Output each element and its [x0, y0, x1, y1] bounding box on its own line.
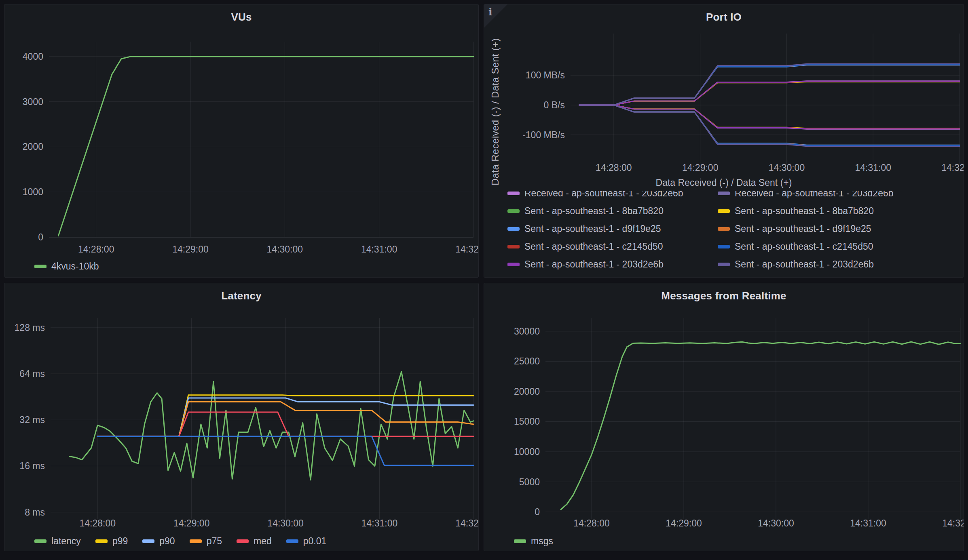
messages-chart[interactable]: 14:28:0014:29:0014:30:0014:31:0014:32:00…: [484, 283, 964, 551]
legend-item[interactable]: msgs: [514, 535, 553, 547]
legend-swatch-icon: [718, 245, 730, 248]
panel-title[interactable]: VUs: [4, 11, 478, 23]
panel-title[interactable]: Port IO: [484, 11, 964, 23]
legend-item[interactable]: Sent - ap-southeast-1 - 8ba7b820: [718, 205, 957, 217]
legend-item[interactable]: p99: [95, 535, 128, 547]
dashboard: VUs 14:28:0014:29:0014:30:0014:31:0014:3…: [0, 0, 968, 560]
series-Received - ap-southeast-1 - 203d2e6b: [579, 105, 960, 146]
legend-label: Received - ap-southeast-1 - 203d2e6b: [524, 191, 683, 199]
x-axis-label: Data Received (-) / Data Sent (+): [484, 177, 964, 188]
x-tick-label: 14:32:00: [942, 518, 964, 528]
legend-item[interactable]: Sent - ap-southeast-1 - 8ba7b820: [507, 205, 718, 217]
legend-item[interactable]: Received - ap-southeast-1 - 203d2e6b: [718, 191, 957, 199]
legend-swatch-icon: [190, 539, 202, 543]
legend-label: msgs: [531, 536, 553, 547]
series-msgs: [561, 342, 960, 509]
x-tick-label: 14:30:00: [267, 518, 304, 528]
x-tick-label: 14:28:00: [78, 244, 114, 255]
x-tick-label: 14:28:00: [573, 518, 610, 528]
legend-item[interactable]: Sent - ap-southeast-1 - 203d2e6b: [507, 259, 718, 270]
x-tick-label: 14:29:00: [666, 518, 702, 528]
legend-swatch-icon: [507, 263, 520, 266]
legend: Received - ap-southeast-1 - 203d2e6bRece…: [507, 191, 957, 270]
series-Received - ap-southeast-1 - 203d2e6b: [579, 64, 960, 105]
legend-scroll-area[interactable]: Received - ap-southeast-1 - 203d2e6bRece…: [507, 191, 957, 276]
legend-item[interactable]: latency: [34, 535, 81, 547]
legend-label: p75: [207, 536, 222, 547]
panel-port-io: i Port IO 14:28:0014:29:0014:30:0014:31:…: [484, 4, 964, 278]
legend-swatch-icon: [718, 227, 730, 231]
x-tick-label: 14:30:00: [758, 518, 794, 528]
y-tick-label: 10000: [514, 446, 540, 457]
legend-item[interactable]: p75: [190, 535, 222, 547]
legend-item[interactable]: Sent - ap-southeast-1 - d9f19e25: [507, 223, 718, 235]
y-tick-label: 30000: [514, 326, 540, 337]
legend-swatch-icon: [142, 539, 154, 543]
legend: msgs: [514, 535, 553, 547]
legend-label: Sent - ap-southeast-1 - d9f19e25: [524, 223, 661, 234]
legend-item[interactable]: med: [237, 535, 272, 547]
legend-swatch-icon: [718, 209, 730, 213]
legend-swatch-icon: [718, 263, 730, 266]
series-Sent - ap-southeast-1 - d9f19e25: [579, 65, 960, 105]
y-tick-label: 128 ms: [15, 322, 45, 333]
x-tick-label: 14:29:00: [173, 518, 210, 528]
legend-item[interactable]: 4kvus-10kb: [34, 261, 99, 272]
legend-label: Sent - ap-southeast-1 - 8ba7b820: [524, 206, 664, 217]
legend-label: Sent - ap-southeast-1 - c2145d50: [735, 241, 873, 252]
legend-item[interactable]: Sent - ap-southeast-1 - c2145d50: [507, 241, 718, 253]
legend-label: Received - ap-southeast-1 - 203d2e6b: [735, 191, 894, 199]
legend-swatch-icon: [95, 539, 108, 543]
legend-item[interactable]: Sent - ap-southeast-1 - c2145d50: [718, 241, 957, 253]
legend-item[interactable]: Sent - ap-southeast-1 - 203d2e6b: [718, 259, 957, 270]
legend-label: Sent - ap-southeast-1 - 203d2e6b: [735, 259, 874, 270]
legend-label: p90: [159, 536, 175, 547]
y-tick-label: 0 B/s: [544, 100, 565, 110]
y-tick-label: 5000: [519, 477, 540, 487]
legend-swatch-icon: [507, 245, 520, 248]
series-4kvus-10kb: [58, 57, 473, 236]
y-tick-label: 4000: [23, 51, 43, 62]
panel-info-corner: [484, 4, 507, 28]
legend-label: latency: [51, 536, 81, 547]
series-Sent - ap-southeast-1 - 8ba7b820: [579, 105, 960, 128]
series-Sent - ap-southeast-1 - 203d2e6b: [579, 64, 960, 105]
x-tick-label: 14:32:00: [455, 518, 479, 528]
y-tick-label: 0: [535, 507, 540, 517]
x-tick-label: 14:28:00: [596, 162, 632, 173]
legend-item[interactable]: p90: [142, 535, 175, 547]
series-Sent - ap-southeast-1 - d9f19e25: [579, 105, 960, 145]
latency-chart[interactable]: 14:28:0014:29:0014:30:0014:31:0014:32:00…: [4, 283, 479, 551]
y-tick-label: 15000: [514, 416, 540, 427]
legend-label: med: [254, 536, 272, 547]
legend-label: Sent - ap-southeast-1 - d9f19e25: [735, 223, 871, 234]
vus-chart[interactable]: 14:28:0014:29:0014:30:0014:31:0014:32:00…: [4, 4, 479, 278]
legend-label: Sent - ap-southeast-1 - 8ba7b820: [735, 206, 874, 217]
info-icon[interactable]: i: [488, 6, 492, 18]
y-tick-label: -100 MB/s: [522, 130, 565, 140]
y-tick-label: 16 ms: [19, 461, 45, 471]
legend-swatch-icon: [34, 265, 46, 268]
y-axis-label: Data Received (-) / Data Sent (+): [490, 38, 501, 185]
x-tick-label: 14:32:00: [455, 244, 479, 255]
y-tick-label: 0: [38, 232, 43, 242]
legend-swatch-icon: [507, 209, 520, 213]
y-tick-label: 64 ms: [19, 368, 45, 379]
legend-item[interactable]: Received - ap-southeast-1 - 203d2e6b: [507, 191, 718, 199]
x-tick-label: 14:32:00: [941, 162, 964, 173]
series-Sent - ap-southeast-1 - 203d2e6b: [579, 81, 960, 105]
legend-label: Sent - ap-southeast-1 - 203d2e6b: [524, 259, 664, 270]
y-tick-label: 2000: [23, 141, 43, 152]
panel-title[interactable]: Latency: [4, 290, 478, 302]
x-tick-label: 14:31:00: [361, 244, 397, 255]
legend-swatch-icon: [718, 192, 730, 195]
series-Sent - ap-southeast-1 - d9f19e25: [579, 105, 960, 145]
y-tick-label: 100 MB/s: [526, 70, 565, 80]
y-tick-label: 8 ms: [25, 507, 45, 518]
panel-title[interactable]: Messages from Realtime: [484, 290, 964, 302]
legend-swatch-icon: [34, 539, 46, 543]
legend-item[interactable]: Sent - ap-southeast-1 - d9f19e25: [718, 223, 957, 235]
series-latency: [70, 372, 474, 480]
panel-latency: Latency 14:28:0014:29:0014:30:0014:31:00…: [4, 283, 479, 551]
legend-item[interactable]: p0.01: [286, 535, 327, 547]
